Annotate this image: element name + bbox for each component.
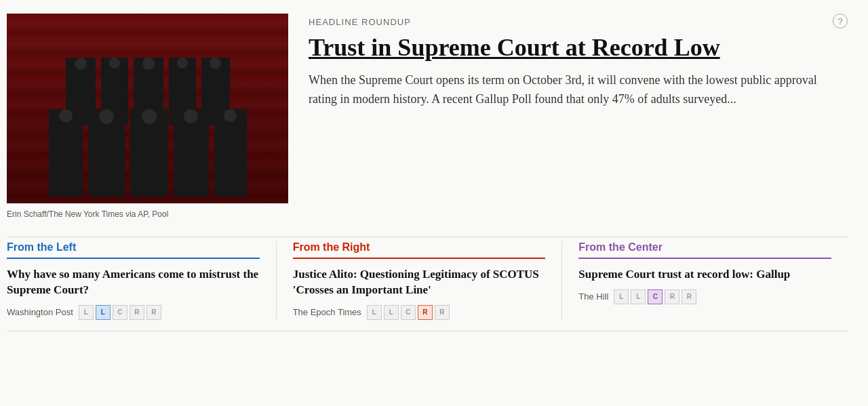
center-column-header: From the Center (578, 241, 831, 259)
left-column-header: From the Left (7, 241, 260, 259)
columns-section: From the Left Why have so many Americans… (7, 237, 848, 320)
center-source-row: The Hill L L C R R (578, 289, 831, 304)
article-content: ? HEADLINE ROUNDUP Trust in Supreme Cour… (309, 14, 848, 220)
center-bias-icons: L L C R R (614, 289, 696, 304)
right-column-header: From the Right (293, 241, 546, 259)
bias-box-l2[interactable]: L (384, 305, 399, 320)
left-column-headline[interactable]: Why have so many Americans come to mistr… (7, 267, 260, 298)
left-source-row: Washington Post L L C R R (7, 305, 260, 320)
right-source-row: The Epoch Times L L C R R (293, 305, 546, 320)
section-label: HEADLINE ROUNDUP (309, 17, 848, 27)
help-icon[interactable]: ? (833, 14, 848, 28)
right-source-name: The Epoch Times (293, 307, 361, 317)
curtain-background (7, 14, 288, 203)
left-bias-icons: L L C R R (79, 305, 161, 320)
justice-figure (88, 109, 125, 197)
right-bias-icons: L L C R R (367, 305, 450, 320)
bias-box-c[interactable]: C (401, 305, 416, 320)
bias-box-r2[interactable]: R (435, 305, 450, 320)
bias-box-c[interactable]: C (648, 289, 663, 304)
bias-box-l2[interactable]: L (96, 305, 111, 320)
image-caption: Erin Schaff/The New York Times via AP, P… (7, 209, 288, 220)
main-image (7, 14, 288, 203)
bias-box-l[interactable]: L (367, 305, 382, 320)
page-container: Erin Schaff/The New York Times via AP, P… (0, 0, 868, 345)
center-source-name: The Hill (578, 291, 608, 302)
article-description: When the Supreme Court opens its term on… (309, 71, 848, 109)
center-column-headline[interactable]: Supreme Court trust at record low: Gallu… (578, 267, 831, 283)
bottom-divider (7, 331, 848, 331)
bias-box-r[interactable]: R (130, 305, 144, 320)
top-section: Erin Schaff/The New York Times via AP, P… (7, 14, 848, 220)
left-source-name: Washington Post (7, 307, 73, 317)
bias-box-r2[interactable]: R (146, 305, 161, 320)
right-column-headline[interactable]: Justice Alito: Questioning Legitimacy of… (293, 267, 546, 298)
bias-box-r2[interactable]: R (682, 289, 696, 304)
right-column: From the Right Justice Alito: Questionin… (293, 241, 563, 320)
center-column: From the Center Supreme Court trust at r… (578, 241, 848, 320)
bias-box-l[interactable]: L (79, 305, 94, 320)
bias-box-c[interactable]: C (113, 305, 127, 320)
bias-box-r[interactable]: R (665, 289, 679, 304)
justice-figure (174, 109, 209, 197)
image-block: Erin Schaff/The New York Times via AP, P… (7, 14, 288, 220)
front-row (7, 109, 288, 197)
justice-figure (130, 109, 168, 197)
article-title: Trust in Supreme Court at Record Low (309, 34, 848, 62)
left-column: From the Left Why have so many Americans… (7, 241, 277, 320)
bias-box-r[interactable]: R (418, 305, 433, 320)
justice-figure (49, 109, 83, 197)
justice-figure (214, 109, 247, 197)
bias-box-l[interactable]: L (614, 289, 629, 304)
bias-box-l2[interactable]: L (631, 289, 646, 304)
